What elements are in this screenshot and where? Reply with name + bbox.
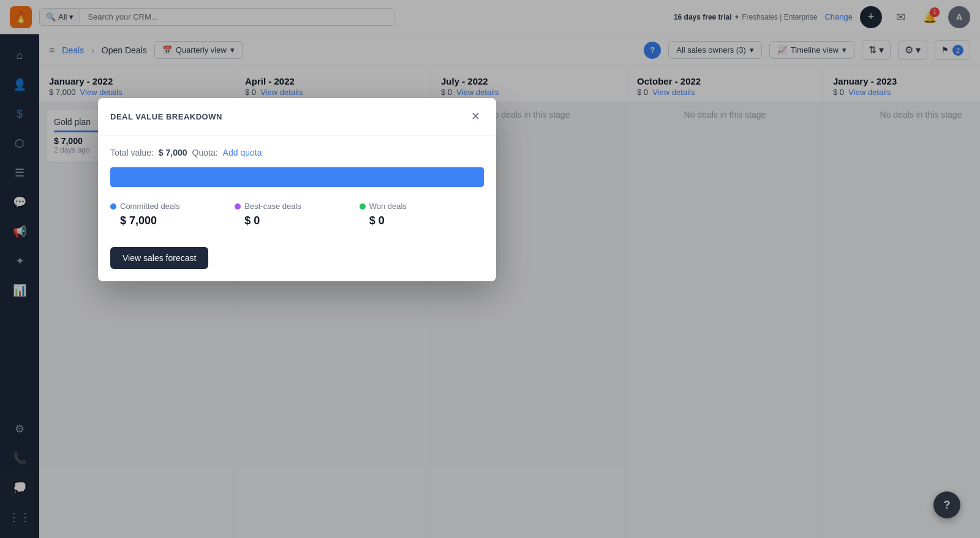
progress-bar-fill xyxy=(110,167,484,187)
total-row: Total value: $ 7,000 Quota: Add quota xyxy=(110,148,484,157)
modal-body: Total value: $ 7,000 Quota: Add quota Co… xyxy=(98,135,496,281)
view-sales-forecast-button[interactable]: View sales forecast xyxy=(110,247,208,269)
committed-label-text: Committed deals xyxy=(120,202,180,211)
modal-overlay[interactable]: DEAL VALUE BREAKDOWN ✕ Total value: $ 7,… xyxy=(0,0,980,538)
progress-bar-bg xyxy=(110,167,484,187)
won-deals-label: Won deals xyxy=(360,202,484,211)
modal-close-button[interactable]: ✕ xyxy=(467,108,484,125)
total-value: $ 7,000 xyxy=(159,148,187,157)
best-case-label-text: Best-case deals xyxy=(244,202,301,211)
deal-value-breakdown-modal: DEAL VALUE BREAKDOWN ✕ Total value: $ 7,… xyxy=(98,98,496,281)
committed-deals-breakdown: Committed deals $ 7,000 xyxy=(110,202,235,227)
modal-header: DEAL VALUE BREAKDOWN ✕ xyxy=(98,98,496,135)
won-dot xyxy=(360,203,366,210)
deal-breakdown: Committed deals $ 7,000 Best-case deals … xyxy=(110,202,484,227)
best-case-deals-label: Best-case deals xyxy=(235,202,359,211)
best-case-dot xyxy=(235,203,241,210)
won-deals-value: $ 0 xyxy=(360,214,484,227)
quota-label: Quota: xyxy=(192,148,218,157)
committed-deals-value: $ 7,000 xyxy=(110,214,235,227)
committed-deals-label: Committed deals xyxy=(110,202,235,211)
best-case-deals-breakdown: Best-case deals $ 0 xyxy=(235,202,359,227)
add-quota-link[interactable]: Add quota xyxy=(223,148,262,157)
modal-title: DEAL VALUE BREAKDOWN xyxy=(110,112,222,121)
committed-dot xyxy=(110,203,116,210)
best-case-deals-value: $ 0 xyxy=(235,214,359,227)
won-label-text: Won deals xyxy=(369,202,407,211)
total-label: Total value: xyxy=(110,148,154,157)
won-deals-breakdown: Won deals $ 0 xyxy=(360,202,484,227)
